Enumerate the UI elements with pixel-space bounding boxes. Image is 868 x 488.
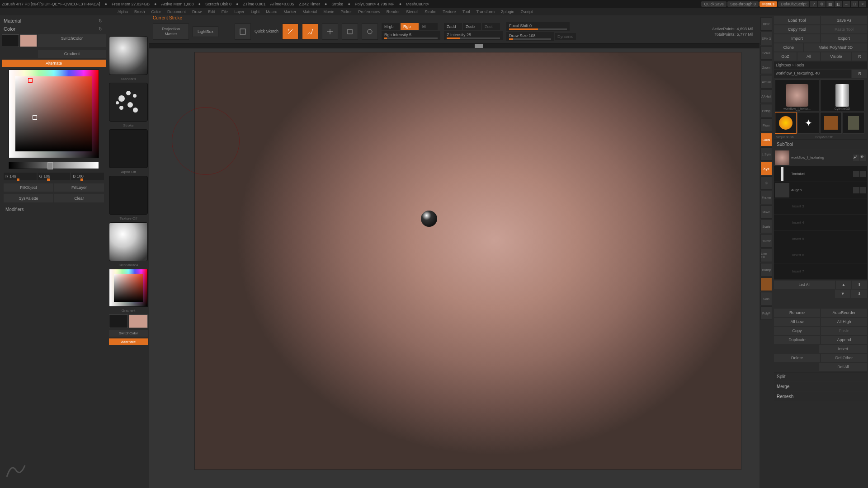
- menu-stroke[interactable]: Stroke: [425, 9, 436, 14]
- import-button[interactable]: Import: [774, 34, 820, 42]
- xyz-button[interactable]: Xyz: [760, 162, 772, 175]
- move-down-icon[interactable]: ⬇: [851, 290, 867, 298]
- save-as-button[interactable]: Save As: [821, 16, 867, 24]
- r-field[interactable]: R 149: [4, 173, 37, 180]
- menu-macro[interactable]: Macro: [266, 9, 277, 14]
- paste-tool-button[interactable]: Paste Tool: [821, 25, 867, 33]
- mrgb-button[interactable]: Mrgb: [382, 23, 400, 30]
- menu-draw[interactable]: Draw: [192, 9, 202, 14]
- help-icon[interactable]: ?: [810, 1, 817, 7]
- menu-material[interactable]: Material: [302, 9, 317, 14]
- eye-icon[interactable]: [860, 171, 866, 177]
- paint-icon[interactable]: [853, 171, 859, 177]
- seethrough-button[interactable]: See-through 0: [727, 1, 759, 7]
- menu-transform[interactable]: Transform: [476, 9, 495, 14]
- subtool-item-2[interactable]: Tentakel: [774, 166, 867, 182]
- default-script[interactable]: DefaultZScript: [778, 1, 809, 7]
- solo-button[interactable]: Solo: [760, 292, 772, 305]
- mini-swatch-secondary[interactable]: [109, 314, 128, 328]
- list-all-button[interactable]: List All: [774, 281, 835, 289]
- copy-button[interactable]: Copy: [774, 327, 820, 335]
- append-button[interactable]: Append: [821, 336, 867, 344]
- modifiers-label[interactable]: Modifiers: [2, 204, 106, 215]
- eye-icon[interactable]: [860, 187, 866, 193]
- goz-button[interactable]: GoZ: [774, 52, 797, 61]
- rgb-button[interactable]: Rgb: [401, 23, 419, 30]
- tool-thumb-5[interactable]: [820, 112, 842, 134]
- menu-movie[interactable]: Movie: [323, 9, 334, 14]
- sys-palette-button[interactable]: SysPalette: [4, 194, 53, 202]
- m-button[interactable]: M: [420, 23, 438, 30]
- menu-file[interactable]: File: [222, 9, 228, 14]
- menu-alpha[interactable]: Alpha: [118, 9, 128, 14]
- rotate-tool-button[interactable]: Rotate: [760, 234, 772, 248]
- refresh-icon[interactable]: ↻: [99, 26, 104, 32]
- floor-button[interactable]: Floor: [760, 118, 772, 132]
- edit-button[interactable]: [282, 23, 298, 40]
- persp-button[interactable]: Persp: [760, 104, 772, 117]
- alpha-thumb[interactable]: [109, 129, 148, 168]
- all-low-button[interactable]: All Low: [774, 318, 820, 326]
- rename-button[interactable]: Rename: [774, 309, 820, 317]
- tool-thumb-4[interactable]: ✦: [797, 112, 819, 134]
- all-high-button[interactable]: All High: [821, 318, 867, 326]
- tool-r-button[interactable]: R: [852, 70, 867, 78]
- mini-switch-color-button[interactable]: SwitchColor: [109, 330, 148, 337]
- make-polymesh-button[interactable]: Make PolyMesh3D: [804, 43, 867, 52]
- brush-thumb-standard[interactable]: [109, 36, 148, 75]
- goz-r-button[interactable]: R: [852, 52, 867, 61]
- primary-color-swatch[interactable]: [20, 34, 37, 47]
- scale-tool-button[interactable]: Scale: [760, 220, 772, 233]
- dynamic-button[interactable]: Dynamic: [555, 33, 576, 40]
- alternate-button[interactable]: Alternate: [2, 60, 106, 67]
- close-icon[interactable]: ×: [859, 1, 866, 7]
- menu-render[interactable]: Render: [387, 9, 400, 14]
- gray-slider[interactable]: [9, 162, 99, 169]
- material-thumb[interactable]: [109, 222, 148, 261]
- rgb-intensity-slider[interactable]: Rgb Intensity 5: [382, 31, 440, 40]
- ghost-button[interactable]: [760, 277, 772, 291]
- merge-header[interactable]: Merge: [774, 382, 867, 391]
- gray-slider-handle[interactable]: [47, 162, 53, 169]
- scroll-button[interactable]: Scroll: [760, 46, 772, 60]
- subtool-item-3[interactable]: Augen: [774, 182, 867, 198]
- quick-sketch-button[interactable]: [235, 23, 251, 40]
- menu-marker[interactable]: Marker: [283, 9, 296, 14]
- zcut-button[interactable]: Zcut: [482, 23, 500, 30]
- auto-reorder-button[interactable]: AutoReorder: [821, 309, 867, 317]
- load-tool-button[interactable]: Load Tool: [774, 16, 820, 24]
- secondary-color-swatch[interactable]: [2, 34, 19, 47]
- subtool-empty-3[interactable]: Insert 5: [774, 231, 867, 247]
- clear-button[interactable]: Clear: [54, 194, 104, 202]
- fill-layer-button[interactable]: FillLayer: [54, 183, 104, 192]
- subtool-item-1[interactable]: workflow_I_texturing 🖌👁: [774, 150, 867, 166]
- rotate-button[interactable]: [362, 23, 378, 40]
- copy-tool-button[interactable]: Copy Tool: [774, 25, 820, 33]
- menu-zscript[interactable]: Zscript: [521, 9, 533, 14]
- up-arrow-icon[interactable]: ▲: [836, 281, 851, 289]
- quicksave-button[interactable]: QuickSave: [701, 1, 726, 7]
- menu-color[interactable]: Color: [151, 9, 161, 14]
- canvas-viewport[interactable]: [149, 48, 760, 488]
- layout-icon[interactable]: ▦: [826, 1, 834, 7]
- menu-layer[interactable]: Layer: [234, 9, 245, 14]
- local-button[interactable]: Local: [760, 133, 772, 146]
- stroke-thumb[interactable]: [109, 83, 148, 122]
- subtool-empty-4[interactable]: Insert 6: [774, 247, 867, 263]
- frame-button[interactable]: Frame: [760, 191, 772, 204]
- goz-all-button[interactable]: All: [797, 52, 820, 61]
- menu-edit[interactable]: Edit: [208, 9, 215, 14]
- zadd-button[interactable]: Zadd: [444, 23, 462, 30]
- del-other-button[interactable]: Del Other: [821, 354, 867, 362]
- export-button[interactable]: Export: [821, 34, 867, 42]
- fill-object-button[interactable]: FillObject: [4, 183, 53, 192]
- mini-alternate-button[interactable]: Alternate: [109, 338, 148, 345]
- draw-button[interactable]: [302, 23, 318, 40]
- xpose-button[interactable]: ◎: [760, 176, 772, 190]
- duplicate-button[interactable]: Duplicate: [774, 336, 820, 344]
- menu-picker[interactable]: Picker: [340, 9, 352, 14]
- menu-brush[interactable]: Brush: [134, 9, 145, 14]
- move-button[interactable]: [322, 23, 338, 40]
- menu-zplugin[interactable]: Zplugin: [501, 9, 514, 14]
- zsub-button[interactable]: Zsub: [463, 23, 481, 30]
